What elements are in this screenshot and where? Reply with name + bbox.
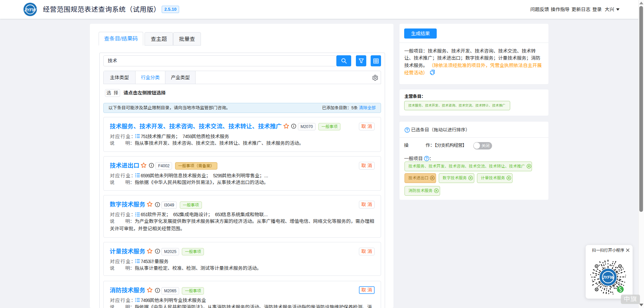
svg-text:JYFW: JYFW [24,8,37,12]
svg-text:JYFW: JYFW [602,275,614,280]
